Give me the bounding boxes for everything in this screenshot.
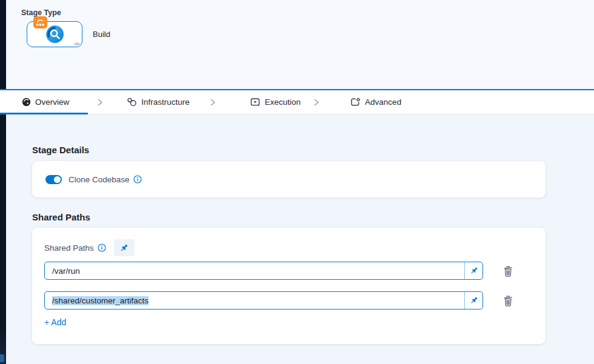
stage-details-card: Clone Codebase	[32, 161, 546, 197]
overview-icon	[22, 98, 31, 107]
trash-icon	[502, 294, 514, 307]
delete-path-button[interactable]	[501, 263, 515, 278]
tab-overview[interactable]: Overview	[22, 90, 69, 114]
stage-type-label: Stage Type	[21, 8, 594, 17]
shared-path-row: /shared/customer_artifacts	[44, 291, 533, 309]
info-icon[interactable]	[133, 175, 142, 184]
multi-type-pin-button[interactable]	[114, 239, 135, 256]
advanced-icon	[350, 98, 361, 107]
shared-path-input-0[interactable]: /var/run	[44, 262, 483, 280]
input-pin-button[interactable]	[464, 292, 482, 309]
build-stage-icon	[45, 25, 64, 44]
stage-type-panel: Stage Type	[6, 0, 594, 89]
active-tab-underline	[0, 113, 88, 114]
shared-paths-field-label: Shared Paths	[44, 243, 94, 253]
clone-codebase-label: Clone Codebase	[68, 175, 130, 184]
tab-infrastructure[interactable]: Infrastructure	[127, 90, 190, 114]
overview-tab-content: Stage Details Clone Codebase Shared Path…	[6, 115, 594, 364]
rail-accent	[0, 354, 4, 362]
pin-icon	[470, 266, 478, 275]
tab-advanced-label: Advanced	[365, 98, 401, 107]
pin-icon	[119, 243, 128, 253]
tab-infrastructure-label: Infrastructure	[141, 98, 190, 107]
shared-path-input-1[interactable]: /shared/customer_artifacts	[44, 291, 483, 309]
trash-icon	[502, 265, 514, 277]
stage-config-tabbar: Overview Infrastructure Execution	[0, 89, 594, 114]
add-path-button[interactable]: + Add	[44, 317, 66, 327]
shared-path-row: /var/run	[44, 262, 533, 280]
chevron-right-icon	[209, 98, 216, 107]
shared-paths-heading: Shared Paths	[32, 212, 594, 222]
tab-execution[interactable]: Execution	[250, 90, 301, 114]
collapsed-side-rail	[0, 0, 6, 364]
input-pin-button[interactable]	[464, 262, 482, 279]
pipeline-badge-icon	[36, 19, 45, 27]
delete-path-button[interactable]	[501, 293, 515, 308]
info-icon[interactable]	[98, 243, 106, 252]
toggle-knob	[54, 176, 61, 183]
tab-execution-label: Execution	[265, 98, 301, 107]
shared-path-value-0: /var/run	[45, 266, 464, 276]
tab-overview-label: Overview	[35, 98, 69, 107]
stage-details-heading: Stage Details	[32, 145, 594, 155]
pin-icon	[470, 296, 478, 305]
code-glyph: </>	[74, 42, 79, 46]
execution-icon	[250, 98, 261, 107]
stage-name-label: Build	[93, 30, 110, 39]
chevron-right-icon	[96, 98, 104, 107]
stage-type-card[interactable]: </>	[27, 21, 82, 47]
infrastructure-icon	[127, 98, 137, 107]
shared-path-value-1: /shared/customer_artifacts	[45, 296, 464, 305]
shared-paths-card: Shared Paths /var/run	[32, 228, 546, 344]
chevron-right-icon	[313, 98, 320, 107]
tab-advanced[interactable]: Advanced	[350, 90, 401, 114]
stage-badge-icon	[33, 16, 47, 28]
clone-codebase-toggle[interactable]	[45, 175, 62, 184]
